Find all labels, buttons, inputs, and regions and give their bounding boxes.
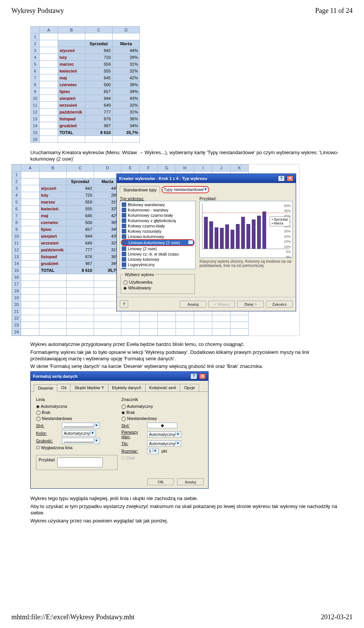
radio-builtin[interactable]: ◉ Wbudowany xyxy=(123,286,192,290)
doc-title: Wykresy Podstawy xyxy=(11,7,64,15)
paragraph-3b: Aby to uzyskać w tym przypadku wystarczy… xyxy=(30,503,345,516)
bar xyxy=(215,227,218,248)
input-marker-size[interactable]: 5 xyxy=(147,448,158,454)
group-marker: Znacznik xyxy=(121,397,203,402)
chart-type-icon xyxy=(122,262,126,267)
format-tab[interactable]: Słupki błędów Y xyxy=(70,384,108,391)
chart-type-item[interactable]: Liniowy cz.-b. w skali czasu xyxy=(121,251,195,257)
close-icon[interactable]: ✕ xyxy=(287,175,293,181)
chart-type-icon xyxy=(122,213,126,218)
format-tab[interactable]: Kolejność serii xyxy=(145,384,180,391)
radio-marker-none[interactable]: ◉ Brak xyxy=(121,410,203,415)
format-series-dialog: Formatuj serię danych ? ✕ DesenieOśSłupk… xyxy=(30,371,209,489)
label-style: Styl: xyxy=(36,423,59,428)
chart-type-icon xyxy=(122,246,126,251)
label-bg: Tło: xyxy=(121,441,144,446)
bar xyxy=(225,224,229,249)
excel-table-screenshot-1: ABCD12SprzedażMarża3styczeń84244%4luty72… xyxy=(30,26,353,143)
cancel-button[interactable]: Anuluj xyxy=(180,301,206,308)
chart-type-item[interactable]: Liniowy (2 osie) xyxy=(121,246,195,251)
chart-type-item[interactable]: Liniowo-kolumnowy xyxy=(121,234,195,239)
chart-type-icon xyxy=(122,257,126,262)
checkbox-smoothed[interactable]: ☐ Wygładzona linia xyxy=(36,445,118,450)
label-marker-style: Styl: xyxy=(121,423,144,428)
footer-path: mhtml:file://E:\excel\Wykresy Podstawy.m… xyxy=(11,613,135,621)
chart-type-icon xyxy=(122,218,126,223)
close-icon[interactable]: ✕ xyxy=(199,373,206,379)
radio-line-custom[interactable]: ◯ Niestandardowa xyxy=(36,416,118,421)
radio-user[interactable]: ◯ Użytkownika xyxy=(123,280,192,285)
chart-preview: 50%45%40%35%30%25%20%15%10%5%0% ▪ Sprzed… xyxy=(199,201,293,258)
select-marker-fg[interactable]: Automatyczny xyxy=(147,431,181,437)
bar xyxy=(236,224,240,249)
excel-with-wizard-screenshot: ABCDEFGHIJK12SprzedażMarża3styczeń84244%… xyxy=(11,164,300,336)
select-marker-bg[interactable]: Automatyczny xyxy=(147,440,181,447)
tab-standard-types[interactable]: Standardowe typy xyxy=(120,186,160,193)
chart-type-listbox[interactable]: Blokowy warstwowyKolumnowo - warstwyKolu… xyxy=(120,201,196,269)
select-line-color[interactable]: Automatyczny xyxy=(62,430,96,436)
chart-type-item[interactable]: Liniowy kolorowy xyxy=(121,257,195,262)
select-line-weight[interactable] xyxy=(62,438,100,444)
label-fg: Pierwszy plan: xyxy=(121,430,144,439)
chart-type-item[interactable]: Kolumnowo - warstwy xyxy=(121,207,195,213)
preview-description: Klasyczny wykres złożony. Kolumny są kre… xyxy=(199,259,293,268)
radio-marker-auto[interactable]: ◯ Automatyczny xyxy=(121,404,203,409)
radio-line-none[interactable]: ◯ Brak xyxy=(36,410,118,415)
chart-type-item[interactable]: Blokowy warstwowy xyxy=(121,202,195,207)
bar xyxy=(262,211,266,249)
bar xyxy=(204,217,208,248)
radio-line-auto[interactable]: ◉ Automatyczna xyxy=(36,404,118,409)
bar xyxy=(231,230,234,249)
chart-type-item[interactable]: Logarytmiczny xyxy=(121,262,195,267)
cancel-button[interactable]: Anuluj xyxy=(177,478,204,485)
finish-button[interactable]: Zakończ xyxy=(266,301,293,308)
select-marker-style[interactable]: ◆ xyxy=(147,423,177,428)
chart-type-item[interactable]: Kołowy czarno-biały xyxy=(121,223,195,229)
chart-type-icon xyxy=(122,252,126,256)
bar xyxy=(241,217,245,249)
paragraph-1: Uruchamiamy Kreatora wykresów (Menu: Wst… xyxy=(30,150,345,163)
footer-date: 2012-03-21 xyxy=(321,613,353,621)
label-color: Kolor: xyxy=(36,431,59,435)
chart-type-item[interactable]: Liniowo-kolumnowy (2 osie) xyxy=(121,239,195,246)
chart-type-item[interactable]: Kołowy rozsunięty xyxy=(121,229,195,234)
format-tab[interactable]: Opcje xyxy=(180,384,199,391)
select-line-style[interactable] xyxy=(62,423,100,429)
chart-type-icon xyxy=(122,268,126,269)
tab-nonstandard-types[interactable]: Typy niestandardowe xyxy=(162,186,209,193)
help-icon[interactable]: ? xyxy=(190,373,197,379)
checkbox-shadow: ☐ Cień xyxy=(121,456,203,461)
chart-wizard-dialog: Kreator wykresów - Krok 1 z 4 - Typ wykr… xyxy=(116,174,296,311)
paragraph-2c: W oknie 'Formatuj serię danych' na karci… xyxy=(30,363,345,370)
format-tab[interactable]: Desenie xyxy=(34,384,57,392)
format-tab[interactable]: Oś xyxy=(57,384,71,391)
bar xyxy=(209,221,213,248)
help-icon[interactable]: ? xyxy=(278,175,285,181)
radio-marker-custom[interactable]: ◯ Niestandardowy xyxy=(121,416,203,421)
bar xyxy=(246,224,250,248)
chart-type-item[interactable]: Kolumnowy z głębokością xyxy=(121,218,195,223)
paragraph-3c: Wykres uzyskany przez nas powinien wyglą… xyxy=(30,518,345,524)
chart-type-icon xyxy=(122,234,126,239)
paragraph-2b: Formatujemy wykres tak jak to było opisa… xyxy=(30,349,345,362)
format-tab[interactable]: Etykiety danych xyxy=(108,384,146,391)
label-pkt: pkt xyxy=(162,449,167,453)
paragraph-2a: Wykres automatycznie przygotowany przez … xyxy=(30,341,345,348)
back-button: < Wstecz xyxy=(209,301,235,308)
label-weight: Grubość: xyxy=(36,439,59,443)
wizard-title: Kreator wykresów - Krok 1 z 4 - Typ wykr… xyxy=(119,176,207,181)
ok-button[interactable]: OK xyxy=(147,478,174,485)
chart-type-item[interactable]: Kolumnowy czarno-biały xyxy=(121,213,195,218)
label-preview: Przykład xyxy=(39,458,55,462)
label-chart-type: Typ wykresu: xyxy=(120,196,196,201)
bar xyxy=(257,216,261,249)
fieldset-select-chart: Wybierz wykres xyxy=(123,272,155,277)
page-number: Page 11 of 24 xyxy=(315,7,353,15)
help-button[interactable]: ? xyxy=(120,300,128,308)
paragraph-3a: Wykres tego typu wygląda najlepiej, jeśl… xyxy=(30,495,345,502)
bar xyxy=(220,228,224,249)
chart-type-item[interactable]: Niebieski kołowy xyxy=(121,267,195,269)
format-dialog-title: Formatuj serię danych xyxy=(33,374,77,379)
label-preview: Przykład: xyxy=(199,196,293,201)
next-button[interactable]: Dalej > xyxy=(237,301,264,308)
